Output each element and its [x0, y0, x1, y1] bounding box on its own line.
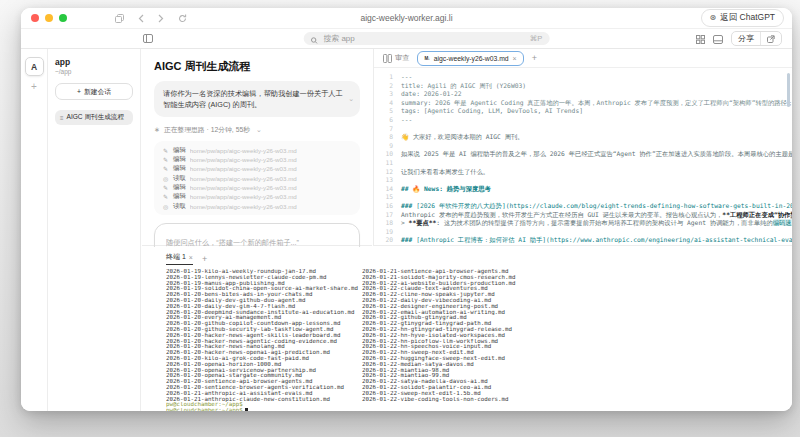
- pencil-icon: ✎: [162, 147, 169, 154]
- close-terminal-icon[interactable]: ×: [189, 254, 193, 261]
- line-number: 8: [382, 133, 393, 142]
- pencil-icon: ✎: [162, 193, 169, 200]
- review-toggle-button[interactable]: 审查: [383, 53, 409, 63]
- code-line: 6 ---: [382, 116, 792, 125]
- code-line: 12 让我们来看看本周发生了什么。: [382, 168, 792, 177]
- operation-row[interactable]: ◎ 读取 home/pw/app/aigc-weekly-y26-w03.md: [162, 202, 352, 211]
- new-terminal-button[interactable]: +: [202, 254, 207, 264]
- minimize-window-button[interactable]: [45, 14, 53, 22]
- new-tab-button[interactable]: +: [532, 53, 537, 63]
- markdown-icon: M↓: [424, 56, 429, 61]
- status-text: 正在整理思路 · 12分钟, 55秒: [164, 125, 250, 135]
- popout-icon[interactable]: [760, 32, 781, 45]
- forward-icon[interactable]: [158, 14, 164, 23]
- line-number: 19: [382, 228, 393, 237]
- code-line: 16 ### [2026 年软件开发的八大趋势](https://claude.…: [382, 202, 792, 211]
- pencil-icon: ✎: [162, 184, 169, 191]
- operation-row[interactable]: ✎ 编辑 home/pw/app/aigc-weekly-y26-w03.md: [162, 183, 352, 192]
- code-line: 19: [382, 228, 792, 237]
- line-number: 10: [382, 150, 393, 159]
- eye-icon: ◎: [162, 175, 169, 182]
- line-number: 7: [382, 125, 393, 134]
- close-window-button[interactable]: [31, 14, 39, 22]
- line-number: 20: [382, 236, 393, 245]
- browser-window: aigc-weekly-worker.agi.li ⊛ 返回 ChatGPT ⌘…: [21, 8, 792, 411]
- line-number: 14: [382, 185, 393, 194]
- reload-icon[interactable]: [178, 14, 187, 23]
- code-line: 3 date: 2026-01-22: [382, 90, 792, 99]
- line-number: 2: [382, 82, 393, 91]
- operations-list: ✎ 编辑 home/pw/app/aigc-weekly-y26-w03.md …: [154, 141, 360, 215]
- code-line: 11: [382, 159, 792, 168]
- workspace-button[interactable]: A: [25, 57, 44, 76]
- search-shortcut: ⌘P: [530, 34, 543, 43]
- code-line: 20 ### [Anthropic 工程博客：如何评估 AI 助手](https…: [382, 236, 792, 245]
- code-line: 10 如果说 2025 年是 AI 编程助手的普及之年，那么 2026 年已经正…: [382, 150, 792, 159]
- pencil-icon: ✎: [162, 165, 169, 172]
- add-workspace-button[interactable]: +: [21, 81, 47, 92]
- search-box[interactable]: ⌘P: [303, 32, 549, 45]
- code-line: 8 👋 大家好，欢迎阅读本期的 AIGC 周刊。: [382, 133, 792, 142]
- operation-row[interactable]: ◎ 读取 home/pw/app/aigc-weekly-y26-w03.md: [162, 173, 352, 182]
- terminal-tab[interactable]: 终端 1 ×: [166, 252, 193, 265]
- back-icon[interactable]: [138, 14, 144, 23]
- editor-tab[interactable]: M↓ aigc-weekly-y26-w03.md ×: [417, 51, 523, 66]
- terminal-output: 2026-01-19-kilo-ai-weekly-roundup-jan-17…: [166, 269, 792, 411]
- eye-icon: ◎: [162, 203, 169, 210]
- code-line: 15: [382, 193, 792, 202]
- code-line: 4 summary: 2026 年是 Agentic Coding 真正落地的一…: [382, 99, 792, 108]
- line-number: 17: [382, 211, 393, 220]
- status-row: ∗ 正在整理思路 · 12分钟, 55秒 ⌄: [154, 125, 360, 135]
- operation-row[interactable]: ✎ 编辑 home/pw/app/aigc-weekly-y26-w03.md: [162, 155, 352, 164]
- line-number: 15: [382, 193, 393, 202]
- code-line: 9: [382, 142, 792, 151]
- sidebar-session-item[interactable]: ≡ AIGC 周刊生成流程: [55, 110, 133, 125]
- line-number: 3: [382, 90, 393, 99]
- line-number: 1: [382, 73, 393, 82]
- line-number: 12: [382, 168, 393, 177]
- code-line: 1 ---: [382, 73, 792, 82]
- line-number: 4: [382, 99, 393, 108]
- share-button[interactable]: 分享: [732, 32, 760, 45]
- return-chatgpt-button[interactable]: ⊛ 返回 ChatGPT: [701, 9, 785, 27]
- line-number: 9: [382, 142, 393, 151]
- operation-row[interactable]: ✎ 编辑 home/pw/app/aigc-weekly-y26-w03.md: [162, 192, 352, 201]
- terminal-cursor[interactable]: [245, 408, 248, 411]
- line-number: 13: [382, 176, 393, 185]
- app-toolbar: ⌘P 分享: [21, 29, 792, 49]
- session-title: AIGC 周刊生成流程: [154, 59, 360, 74]
- spinner-icon: ∗: [154, 126, 160, 134]
- panel-bottom-icon[interactable]: [713, 30, 723, 48]
- close-tab-icon[interactable]: ×: [513, 55, 517, 62]
- editor-scrollbar[interactable]: [787, 73, 790, 107]
- line-number: 11: [382, 159, 393, 168]
- review-panel: 审查 M↓ aigc-weekly-y26-w03.md × + 1 --- 2…: [373, 49, 792, 246]
- sidebar: app ~/app + 新建会话 ≡ AIGC 周刊生成流程: [48, 49, 141, 411]
- code-line: 13: [382, 176, 792, 185]
- sidebar-toggle-icon[interactable]: [143, 34, 153, 43]
- workspace-rail: A +: [21, 49, 48, 411]
- line-number: 5: [382, 107, 393, 116]
- chat-panel: AIGC 周刊生成流程 请你作为一名资深的技术编辑，帮助我创建一份关于人工智能生…: [142, 49, 372, 246]
- search-icon: [310, 30, 317, 48]
- tabs-overview-icon[interactable]: [115, 14, 124, 23]
- pencil-icon: ✎: [162, 156, 169, 163]
- line-number: 6: [382, 116, 393, 125]
- session-icon: ≡: [60, 115, 64, 121]
- operation-row[interactable]: ✎ 编辑 home/pw/app/aigc-weekly-y26-w03.md: [162, 145, 352, 154]
- expand-message-icon[interactable]: ⌄: [348, 94, 354, 105]
- grid-icon[interactable]: [696, 30, 705, 48]
- code-view: 1 --- 2 title: Agili 的 AIGC 周刊 (Y26W03) …: [374, 68, 792, 245]
- editor-tab-bar: 审查 M↓ aigc-weekly-y26-w03.md × +: [374, 49, 792, 68]
- code-line: 2 title: Agili 的 AIGC 周刊 (Y26W03): [382, 82, 792, 91]
- app-path: ~/app: [55, 68, 133, 75]
- code-line: 14 ## 🔥 News: 趋势与深度思考: [382, 185, 792, 194]
- app-name: app: [55, 57, 133, 67]
- operation-row[interactable]: ✎ 编辑 home/pw/app/aigc-weekly-y26-w03.md: [162, 164, 352, 173]
- line-number: 16: [382, 202, 393, 211]
- zoom-window-button[interactable]: [59, 14, 67, 22]
- collapse-status-icon[interactable]: ⌄: [256, 126, 262, 134]
- search-input[interactable]: [321, 33, 525, 44]
- columns-icon: [383, 54, 392, 63]
- new-session-button[interactable]: + 新建会话: [55, 83, 133, 100]
